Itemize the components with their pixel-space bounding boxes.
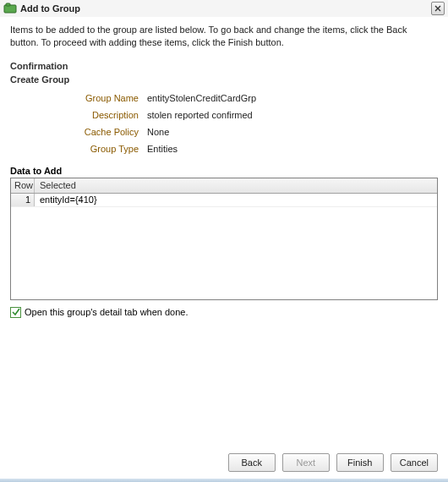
svg-rect-1 xyxy=(6,3,10,6)
group-icon xyxy=(3,2,17,15)
label-group-type: Group Type xyxy=(10,144,147,154)
close-button[interactable] xyxy=(431,2,445,15)
field-group-type: Group Type Entities xyxy=(10,140,438,157)
value-group-name: entityStolenCreditCardGrp xyxy=(147,93,256,103)
intro-text: Items to be added to the group are liste… xyxy=(10,24,438,49)
field-cache-policy: Cache Policy None xyxy=(10,123,438,140)
table-row[interactable]: 1 entityId={410} xyxy=(11,194,437,207)
field-description: Description stolen reported confirmed xyxy=(10,107,438,123)
open-detail-label: Open this group's detail tab when done. xyxy=(25,307,188,317)
svg-rect-0 xyxy=(4,5,16,13)
data-grid[interactable]: Row Selected 1 entityId={410} xyxy=(10,178,438,300)
dialog-title: Add to Group xyxy=(20,3,431,14)
col-header-selected[interactable]: Selected xyxy=(35,178,437,193)
confirmation-fields: Group Name entityStolenCreditCardGrp Des… xyxy=(10,90,438,157)
col-header-row[interactable]: Row xyxy=(11,178,35,193)
grid-body: 1 entityId={410} xyxy=(11,194,437,207)
back-button[interactable]: Back xyxy=(228,453,276,472)
create-group-heading: Create Group xyxy=(10,74,438,85)
cell-selected: entityId={410} xyxy=(35,194,437,205)
add-to-group-dialog: Add to Group Items to be added to the gr… xyxy=(0,0,448,482)
field-group-name: Group Name entityStolenCreditCardGrp xyxy=(10,90,438,107)
cancel-button[interactable]: Cancel xyxy=(391,453,438,472)
value-group-type: Entities xyxy=(147,144,178,154)
open-detail-checkbox[interactable] xyxy=(10,307,21,318)
next-button: Next xyxy=(282,453,330,472)
titlebar: Add to Group xyxy=(0,0,448,17)
confirmation-heading: Confirmation xyxy=(10,61,438,71)
footer-edge xyxy=(0,479,448,482)
cell-rownum: 1 xyxy=(11,194,35,206)
dialog-content: Items to be added to the group are liste… xyxy=(0,17,448,318)
value-description: stolen reported confirmed xyxy=(147,110,253,120)
label-group-name: Group Name xyxy=(10,93,147,103)
open-detail-option[interactable]: Open this group's detail tab when done. xyxy=(10,307,438,318)
label-cache-policy: Cache Policy xyxy=(10,127,147,137)
data-to-add-heading: Data to Add xyxy=(10,166,438,176)
finish-button[interactable]: Finish xyxy=(336,453,384,472)
button-bar: Back Next Finish Cancel xyxy=(228,453,438,472)
value-cache-policy: None xyxy=(147,127,169,137)
label-description: Description xyxy=(10,110,147,120)
grid-header: Row Selected xyxy=(11,178,437,194)
